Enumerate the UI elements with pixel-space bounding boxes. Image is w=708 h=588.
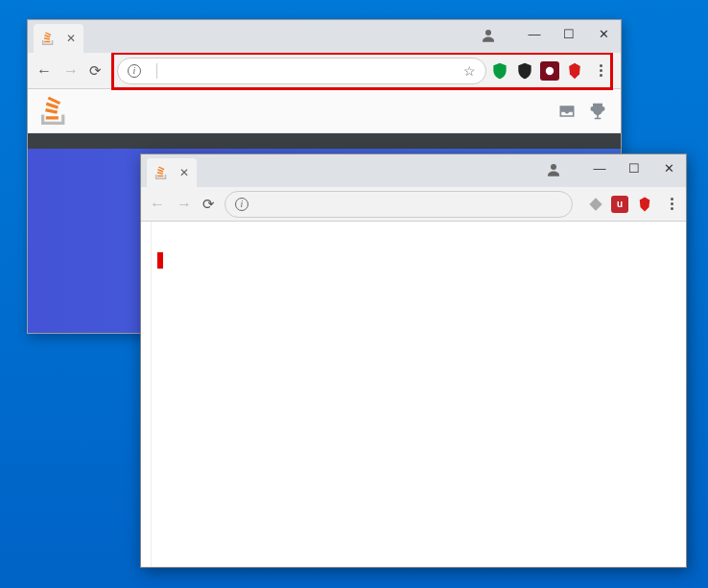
back-button: ← xyxy=(149,196,166,213)
tab-stackoverflow[interactable]: ✕ xyxy=(34,24,83,53)
extension-shield-green-icon[interactable] xyxy=(490,61,509,81)
stackoverflow-logo[interactable] xyxy=(41,96,70,125)
extension-ublock-icon[interactable]: u xyxy=(611,196,628,213)
window-controls-1: — ☐ ✕ xyxy=(517,20,621,47)
account-icon[interactable] xyxy=(536,156,571,183)
extension-shield-black-icon[interactable] xyxy=(515,61,534,81)
stackoverflow-banner xyxy=(28,133,621,149)
reload-button[interactable]: ⟳ xyxy=(202,196,215,213)
close-window-button[interactable]: ✕ xyxy=(651,154,686,181)
minimize-button[interactable]: — xyxy=(517,20,552,47)
achievements-icon[interactable] xyxy=(588,102,607,121)
reload-button[interactable]: ⟳ xyxy=(89,62,102,80)
account-icon[interactable] xyxy=(471,22,506,49)
chrome-menu-icon[interactable] xyxy=(665,198,678,210)
inbox-icon[interactable] xyxy=(557,102,577,121)
maximize-button[interactable]: ☐ xyxy=(552,20,586,47)
stackoverflow-favicon-icon xyxy=(154,166,168,179)
address-bar-2[interactable]: i xyxy=(224,191,573,218)
source-code xyxy=(152,222,686,567)
stackoverflow-header-right xyxy=(557,102,607,121)
extension-brave-icon[interactable] xyxy=(636,196,653,213)
extension-diamond-icon[interactable] xyxy=(588,197,603,212)
toolbar-1: ← → ⟳ i ☆ xyxy=(28,53,621,89)
svg-point-2 xyxy=(551,164,556,170)
toolbar-2: ← → ⟳ i u xyxy=(141,187,686,222)
window-controls-2: — ☐ ✕ xyxy=(582,154,686,181)
back-button[interactable]: ← xyxy=(35,62,53,80)
close-window-button[interactable]: ✕ xyxy=(586,20,621,47)
highlight-addressbar: i ☆ xyxy=(111,52,613,90)
line-number-gutter xyxy=(141,222,152,567)
view-source-pane[interactable] xyxy=(141,222,686,567)
minimize-button[interactable]: — xyxy=(582,154,617,181)
extension-ublock-icon[interactable] xyxy=(540,61,559,81)
svg-point-1 xyxy=(546,66,554,74)
forward-button: → xyxy=(62,62,80,80)
tab-strip-2: ✕ — ☐ ✕ xyxy=(141,154,686,187)
close-tab-icon[interactable]: ✕ xyxy=(66,32,76,45)
stackoverflow-favicon-icon xyxy=(41,32,55,45)
tab-viewsource[interactable]: ✕ xyxy=(147,158,197,187)
extension-icons-2: u xyxy=(588,196,678,213)
extension-brave-icon[interactable] xyxy=(565,61,584,81)
chrome-menu-icon[interactable] xyxy=(594,64,607,77)
separator xyxy=(156,63,157,79)
bookmark-star-icon[interactable]: ☆ xyxy=(463,63,476,79)
forward-button: → xyxy=(176,196,193,213)
maximize-button[interactable]: ☐ xyxy=(617,154,651,181)
svg-point-0 xyxy=(485,30,491,35)
stackoverflow-header xyxy=(28,89,621,133)
address-bar-1[interactable]: i ☆ xyxy=(117,58,486,84)
highlight-script-block xyxy=(157,252,163,269)
site-info-icon[interactable]: i xyxy=(128,64,141,78)
site-info-icon[interactable]: i xyxy=(235,198,248,211)
tab-strip-1: ✕ — ☐ ✕ xyxy=(28,20,621,53)
extension-icons-1 xyxy=(490,61,607,81)
close-tab-icon[interactable]: ✕ xyxy=(179,166,189,179)
chrome-window-2: ✕ — ☐ ✕ ← → ⟳ i u xyxy=(140,153,687,568)
